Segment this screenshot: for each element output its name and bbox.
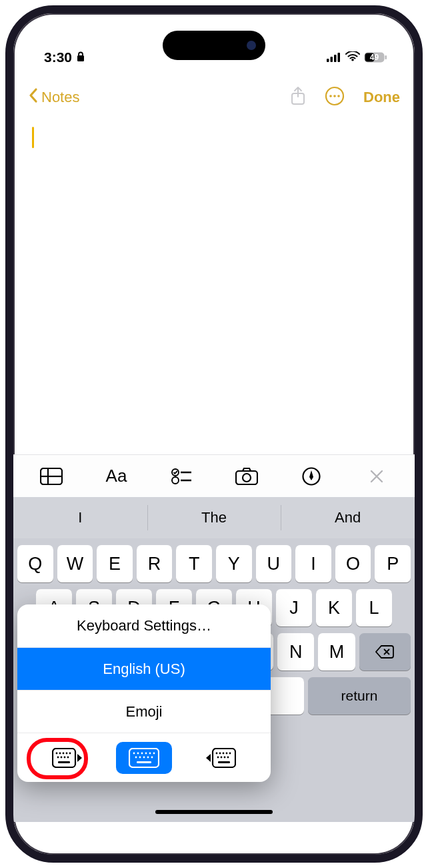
key-e[interactable]: E	[97, 545, 133, 582]
svg-point-28	[59, 752, 61, 754]
svg-rect-60	[218, 761, 230, 763]
svg-point-54	[225, 752, 227, 754]
dock-center-button[interactable]	[116, 742, 172, 774]
svg-rect-6	[385, 55, 387, 59]
svg-point-11	[333, 95, 336, 97]
key-u[interactable]: U	[256, 545, 292, 582]
svg-rect-50	[213, 749, 235, 767]
svg-point-39	[137, 752, 139, 754]
svg-point-52	[219, 752, 221, 754]
keyboard-settings-item[interactable]: Keyboard Settings…	[17, 604, 271, 647]
svg-point-53	[222, 752, 224, 754]
key-m[interactable]: M	[318, 633, 355, 671]
svg-point-21	[243, 474, 251, 482]
camera-button[interactable]	[217, 468, 277, 485]
key-r[interactable]: R	[137, 545, 173, 582]
key-q[interactable]: Q	[17, 545, 53, 582]
svg-point-35	[67, 756, 69, 758]
backspace-key[interactable]	[359, 633, 411, 671]
keyboard-emoji-item[interactable]: Emoji	[17, 690, 271, 733]
svg-point-56	[217, 756, 219, 758]
key-n[interactable]: N	[277, 633, 314, 671]
svg-point-33	[61, 756, 63, 758]
text-format-button[interactable]: Aa	[86, 466, 146, 486]
svg-point-46	[143, 756, 145, 758]
svg-point-59	[227, 756, 229, 758]
key-p[interactable]: P	[375, 545, 411, 582]
svg-point-42	[149, 752, 151, 754]
key-o[interactable]: O	[335, 545, 371, 582]
return-key[interactable]: return	[308, 677, 411, 715]
svg-point-41	[145, 752, 147, 754]
svg-point-58	[223, 756, 225, 758]
key-l[interactable]: L	[356, 589, 392, 626]
dock-right-button[interactable]	[193, 742, 249, 774]
svg-rect-1	[327, 59, 329, 62]
svg-point-12	[337, 95, 340, 97]
dynamic-island	[163, 31, 265, 60]
close-toolbar-button[interactable]	[347, 468, 407, 484]
dock-left-button[interactable]	[39, 742, 95, 774]
svg-point-31	[69, 752, 71, 754]
keyboard-switcher-popup: Keyboard Settings… English (US) Emoji	[17, 604, 271, 782]
keyboard: I The And Q W E R T Y U I O P A S D F	[13, 497, 415, 822]
svg-rect-0	[77, 55, 84, 61]
svg-rect-49	[137, 761, 151, 763]
back-button[interactable]: Notes	[28, 87, 79, 107]
table-button[interactable]	[21, 468, 81, 485]
svg-point-29	[63, 752, 65, 754]
checklist-button[interactable]	[151, 468, 211, 485]
lock-icon	[76, 49, 85, 65]
key-k[interactable]: K	[316, 589, 352, 626]
home-indicator[interactable]	[155, 810, 273, 814]
format-toolbar: Aa	[13, 454, 415, 497]
share-icon[interactable]	[290, 86, 306, 109]
svg-point-45	[139, 756, 141, 758]
keyboard-lang-english[interactable]: English (US)	[17, 647, 271, 690]
key-j[interactable]: J	[276, 589, 312, 626]
markup-button[interactable]	[281, 467, 341, 486]
suggestion-bar: I The And	[13, 497, 415, 538]
svg-point-18	[172, 477, 179, 484]
note-editor[interactable]	[13, 117, 415, 454]
key-t[interactable]: T	[176, 545, 212, 582]
back-label: Notes	[41, 89, 79, 106]
svg-point-27	[56, 752, 58, 754]
svg-point-10	[329, 95, 332, 97]
chevron-left-icon	[28, 87, 39, 107]
more-icon[interactable]	[325, 86, 345, 109]
status-time: 3:30	[44, 49, 72, 65]
svg-point-43	[153, 752, 155, 754]
svg-point-34	[64, 756, 66, 758]
done-button[interactable]: Done	[363, 89, 400, 106]
cellular-icon	[327, 49, 341, 65]
suggestion-item[interactable]: I	[13, 497, 147, 538]
svg-rect-4	[338, 53, 341, 62]
battery-icon: 49	[364, 52, 387, 63]
svg-point-48	[151, 756, 153, 758]
svg-point-44	[135, 756, 137, 758]
key-i[interactable]: I	[295, 545, 331, 582]
svg-point-32	[57, 756, 59, 758]
svg-point-51	[215, 752, 217, 754]
suggestion-item[interactable]: The	[147, 497, 281, 538]
svg-rect-3	[334, 55, 337, 62]
svg-point-38	[133, 752, 135, 754]
wifi-icon	[345, 49, 360, 65]
svg-point-40	[141, 752, 143, 754]
text-caret	[32, 127, 34, 148]
key-w[interactable]: W	[57, 545, 93, 582]
svg-point-47	[147, 756, 149, 758]
key-y[interactable]: Y	[216, 545, 252, 582]
svg-rect-2	[331, 57, 333, 62]
nav-bar: Notes Done	[13, 77, 415, 117]
svg-point-55	[229, 752, 231, 754]
svg-point-30	[66, 752, 68, 754]
svg-rect-26	[53, 749, 75, 767]
suggestion-item[interactable]: And	[281, 497, 415, 538]
svg-point-57	[220, 756, 222, 758]
svg-rect-36	[58, 761, 70, 763]
